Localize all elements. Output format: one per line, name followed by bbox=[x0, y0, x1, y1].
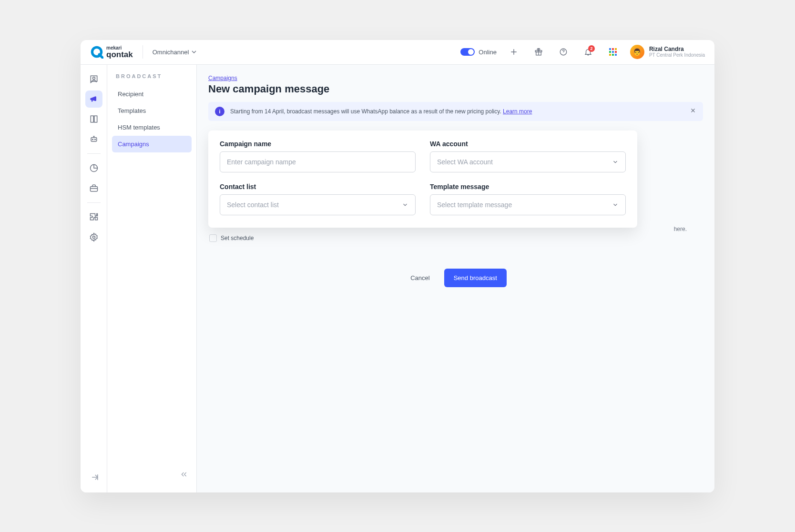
notifications-button[interactable]: 2 bbox=[581, 44, 596, 60]
wa-account-placeholder: Select WA account bbox=[437, 158, 493, 166]
contact-list-placeholder: Select contact list bbox=[227, 201, 279, 209]
book-icon bbox=[89, 114, 99, 124]
campaign-name-label: Campaign name bbox=[220, 140, 416, 148]
help-icon bbox=[559, 48, 568, 56]
add-button[interactable] bbox=[506, 44, 521, 60]
workspace-dropdown[interactable]: Omnichannel bbox=[153, 49, 197, 56]
qontak-logo-icon bbox=[90, 45, 103, 59]
send-broadcast-button[interactable]: Send broadcast bbox=[444, 269, 507, 287]
nav-reports[interactable] bbox=[85, 160, 102, 177]
campaign-form: Campaign name WA account Select WA accou… bbox=[208, 130, 637, 228]
page-title: New campaign message bbox=[208, 83, 703, 95]
svg-point-6 bbox=[92, 139, 93, 140]
gear-icon bbox=[89, 232, 99, 242]
template-message-label: Template message bbox=[430, 183, 626, 191]
chevron-down-icon bbox=[612, 201, 619, 208]
wa-account-select[interactable]: Select WA account bbox=[430, 151, 626, 172]
help-button[interactable] bbox=[556, 44, 571, 60]
chevron-double-left-icon bbox=[180, 471, 188, 478]
nav-broadcast[interactable] bbox=[85, 90, 102, 108]
sidebar-item-campaigns[interactable]: Campaigns bbox=[112, 136, 192, 152]
wa-account-label: WA account bbox=[430, 140, 626, 148]
briefcase-icon bbox=[89, 183, 99, 193]
nav-settings[interactable] bbox=[85, 229, 102, 246]
main-content: Campaigns New campaign message i Startin… bbox=[197, 65, 714, 492]
contact-list-label: Contact list bbox=[220, 183, 416, 191]
plus-icon bbox=[510, 48, 518, 56]
workspace-name: Omnichannel bbox=[153, 49, 189, 56]
sidebar-item-recipient[interactable]: Recipient bbox=[112, 86, 192, 102]
nav-tickets[interactable] bbox=[85, 180, 102, 197]
user-org: PT Central Perk Indonesia bbox=[649, 52, 705, 58]
pie-icon bbox=[89, 163, 99, 173]
pricing-alert: i Starting from 14 April, broadcast mess… bbox=[208, 102, 703, 121]
cancel-button[interactable]: Cancel bbox=[405, 270, 435, 286]
alert-learn-more[interactable]: Learn more bbox=[503, 108, 532, 115]
preview-hint: here. bbox=[674, 226, 687, 232]
gift-icon bbox=[534, 48, 543, 56]
sidebar-collapse[interactable] bbox=[176, 467, 192, 484]
puzzle-icon bbox=[89, 212, 99, 222]
campaign-name-input[interactable] bbox=[220, 151, 416, 172]
header: mekari qontak Omnichannel Online bbox=[81, 40, 714, 65]
expand-icon bbox=[90, 472, 100, 482]
user-menu[interactable]: 👨 Rizal Candra PT Central Perk Indonesia bbox=[630, 45, 705, 59]
svg-rect-8 bbox=[90, 186, 97, 191]
divider bbox=[143, 45, 143, 59]
schedule-label: Set schedule bbox=[221, 235, 254, 241]
svg-point-9 bbox=[92, 236, 95, 238]
sidebar-title: BROADCAST bbox=[112, 73, 192, 86]
logo-bottom-text: qontak bbox=[106, 50, 133, 59]
sidebar: BROADCAST Recipient Templates HSM templa… bbox=[107, 65, 197, 492]
chevron-down-icon bbox=[192, 50, 196, 54]
breadcrumb[interactable]: Campaigns bbox=[208, 75, 237, 81]
schedule-checkbox[interactable] bbox=[209, 234, 217, 242]
chevron-down-icon bbox=[612, 159, 619, 165]
nav-rail bbox=[81, 65, 107, 492]
avatar: 👨 bbox=[630, 45, 644, 59]
megaphone-icon bbox=[89, 94, 99, 104]
alert-close[interactable] bbox=[690, 107, 696, 116]
nav-integrations[interactable] bbox=[85, 209, 102, 226]
notification-badge: 2 bbox=[588, 45, 595, 52]
chevron-down-icon bbox=[402, 201, 408, 208]
svg-point-7 bbox=[94, 139, 95, 140]
gift-button[interactable] bbox=[531, 44, 546, 60]
online-toggle[interactable]: Online bbox=[460, 48, 497, 56]
logo-top-text: mekari bbox=[106, 46, 133, 50]
nav-expand[interactable] bbox=[86, 469, 103, 486]
chat-icon bbox=[89, 74, 99, 84]
sidebar-item-hsm-templates[interactable]: HSM templates bbox=[112, 119, 192, 136]
apps-grid-icon bbox=[609, 48, 617, 56]
info-icon: i bbox=[215, 107, 224, 116]
alert-text: Starting from 14 April, broadcast messag… bbox=[230, 108, 684, 115]
online-label: Online bbox=[479, 49, 497, 56]
bot-icon bbox=[89, 134, 99, 144]
sidebar-item-templates[interactable]: Templates bbox=[112, 102, 192, 119]
nav-bot[interactable] bbox=[85, 130, 102, 148]
logo[interactable]: mekari qontak bbox=[90, 45, 133, 59]
template-message-placeholder: Select template message bbox=[437, 201, 512, 209]
close-icon bbox=[690, 107, 696, 114]
contact-list-select[interactable]: Select contact list bbox=[220, 194, 416, 215]
template-message-select[interactable]: Select template message bbox=[430, 194, 626, 215]
nav-contacts[interactable] bbox=[85, 110, 102, 128]
nav-chat[interactable] bbox=[85, 70, 102, 88]
svg-point-4 bbox=[92, 77, 95, 79]
user-name: Rizal Candra bbox=[649, 46, 705, 52]
apps-button[interactable] bbox=[605, 44, 621, 60]
